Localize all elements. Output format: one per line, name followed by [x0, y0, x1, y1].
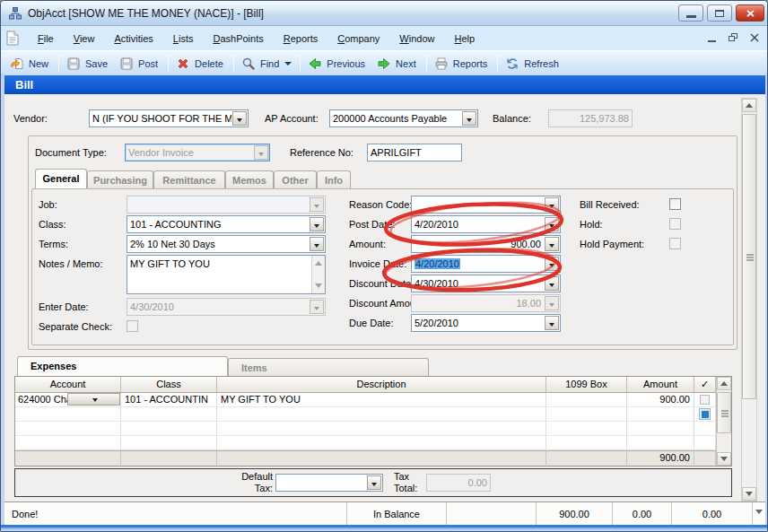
refresh-button[interactable]: Refresh — [501, 55, 566, 73]
menu-help[interactable]: Help — [444, 31, 484, 47]
post-button[interactable]: Post — [115, 55, 165, 73]
document-type-combo[interactable]: Vendor Invoice — [125, 144, 270, 161]
cell-1099-box[interactable] — [546, 407, 627, 421]
form-scroll-thumb[interactable] — [742, 114, 756, 399]
cell-account[interactable] — [15, 422, 121, 435]
cell-amount[interactable] — [627, 436, 694, 449]
cell-1099-box[interactable] — [546, 393, 627, 406]
vendor-dropdown-icon[interactable] — [232, 111, 247, 126]
cell-description[interactable] — [217, 407, 546, 421]
terms-combo[interactable]: 2% 10 Net 30 Days — [127, 235, 326, 253]
scroll-up-icon[interactable] — [315, 257, 322, 266]
mdi-close-button[interactable] — [747, 31, 762, 44]
notes-scrollbar[interactable] — [311, 256, 325, 293]
job-combo[interactable] — [127, 196, 326, 214]
menu-dashpoints[interactable]: DashPoints — [203, 31, 273, 47]
status-grip[interactable] — [753, 502, 765, 525]
menu-view[interactable]: View — [64, 31, 105, 47]
notes-memo-field[interactable]: MY GIFT TO YOU — [127, 255, 326, 294]
tab-purchasing[interactable]: Purchasing — [87, 170, 153, 188]
terms-dropdown-icon[interactable] — [310, 237, 324, 251]
reference-no-field[interactable]: APRILGIFT — [367, 144, 462, 161]
cell-check[interactable] — [694, 407, 716, 421]
post-date-field[interactable]: 4/20/2010 — [411, 215, 561, 233]
cell-class[interactable]: 101 - ACCOUNTIN — [121, 393, 217, 406]
tab-info[interactable]: Info — [317, 170, 351, 188]
due-date-field[interactable]: 5/20/2010 — [411, 314, 561, 332]
ap-account-combo[interactable]: 200000 Accounts Payable — [329, 109, 478, 127]
due-date-dropdown-icon[interactable] — [545, 316, 559, 330]
menu-lists[interactable]: Lists — [163, 31, 204, 47]
mdi-restore-button[interactable] — [726, 31, 740, 44]
grid-row-1[interactable]: 624000 Charitabl 101 - ACCOUNTIN MY GIFT… — [15, 393, 716, 407]
cell-account[interactable]: 624000 Charitabl — [15, 393, 121, 406]
hold-payment-checkbox[interactable] — [669, 238, 681, 249]
tab-remittance[interactable]: Remittance — [153, 170, 225, 188]
cell-account[interactable] — [15, 436, 121, 449]
find-button[interactable]: Find — [237, 55, 286, 73]
cell-amount[interactable] — [627, 407, 694, 421]
reason-code-combo[interactable] — [411, 196, 561, 214]
cell-check[interactable] — [694, 422, 716, 435]
cell-1099-box[interactable] — [546, 436, 627, 449]
previous-button[interactable]: Previous — [303, 55, 372, 73]
cell-description[interactable]: MY GIFT TO YOU — [217, 393, 546, 406]
grid-scrollbar[interactable] — [716, 377, 731, 466]
save-button[interactable]: Save — [62, 55, 115, 73]
post-date-dropdown-icon[interactable] — [545, 217, 559, 231]
amount-dropdown-icon[interactable] — [545, 237, 559, 251]
minimize-button[interactable] — [678, 4, 703, 22]
tab-memos[interactable]: Memos — [225, 170, 274, 188]
reports-button[interactable]: Reports — [430, 55, 495, 73]
form-scroll-down-button[interactable] — [742, 487, 756, 501]
mdi-minimize-button[interactable] — [704, 31, 719, 44]
maximize-button[interactable] — [707, 4, 732, 22]
hold-checkbox[interactable] — [669, 218, 681, 230]
discount-date-dropdown-icon[interactable] — [545, 276, 559, 291]
cell-amount[interactable]: 900.00 — [627, 393, 694, 406]
cell-description[interactable] — [217, 436, 546, 449]
cell-account-dropdown-icon[interactable] — [67, 393, 121, 406]
scroll-down-icon[interactable] — [315, 283, 322, 292]
discount-date-field[interactable]: 4/30/2010 — [411, 275, 561, 292]
class-dropdown-icon[interactable] — [310, 217, 324, 231]
separate-check-checkbox[interactable] — [127, 320, 138, 332]
grid-scroll-thumb[interactable] — [717, 392, 731, 433]
close-button[interactable] — [736, 4, 764, 22]
cell-account[interactable] — [15, 407, 121, 421]
cell-description[interactable] — [217, 422, 546, 435]
delete-button[interactable]: Delete — [171, 55, 231, 73]
amount-field[interactable]: 900.00 — [411, 235, 561, 253]
default-tax-dropdown-icon[interactable] — [367, 475, 381, 490]
tab-general[interactable]: General — [35, 169, 87, 188]
new-button[interactable]: New — [5, 55, 56, 73]
find-dropdown-icon[interactable] — [284, 62, 292, 69]
tab-other[interactable]: Other — [274, 170, 317, 188]
form-scrollbar[interactable] — [741, 98, 757, 501]
tab-items[interactable]: Items — [228, 358, 429, 376]
cell-amount[interactable] — [627, 422, 694, 435]
grid-row-3[interactable] — [15, 422, 716, 436]
cell-check[interactable] — [694, 393, 716, 406]
vendor-combo[interactable]: N (IF YOU SHOOT FOR THE MOON) — [89, 109, 249, 127]
tab-expenses[interactable]: Expenses — [17, 356, 228, 376]
grid-row-2[interactable] — [15, 407, 716, 422]
row-checkbox[interactable] — [700, 395, 710, 405]
cell-check[interactable] — [694, 436, 716, 449]
bill-received-checkbox[interactable] — [669, 198, 681, 210]
cell-1099-box[interactable] — [546, 422, 627, 435]
menu-activities[interactable]: Activities — [104, 31, 162, 47]
ap-account-dropdown-icon[interactable] — [462, 111, 476, 126]
grid-scroll-down-button[interactable] — [717, 452, 731, 466]
default-tax-combo[interactable] — [275, 474, 383, 492]
cell-class[interactable] — [121, 436, 217, 449]
grid-scroll-up-button[interactable] — [717, 377, 731, 390]
form-scroll-up-button[interactable] — [742, 99, 756, 112]
cell-class[interactable] — [121, 407, 217, 421]
class-combo[interactable]: 101 - ACCOUNTING — [127, 215, 326, 233]
grid-row-4[interactable] — [15, 436, 716, 450]
cell-class[interactable] — [121, 422, 217, 435]
invoice-date-field[interactable]: 4/20/2010 — [411, 255, 561, 273]
reason-code-dropdown-icon[interactable] — [545, 197, 559, 212]
menu-file[interactable]: File — [28, 31, 64, 47]
